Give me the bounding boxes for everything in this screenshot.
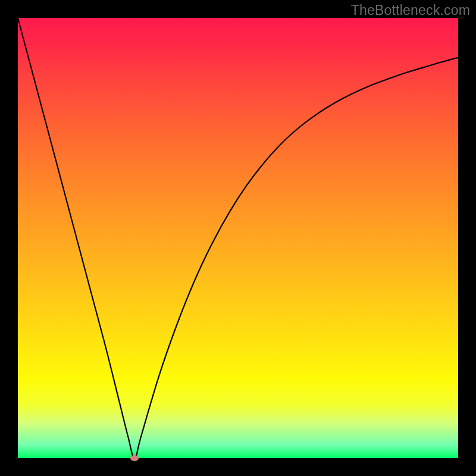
minimum-dot bbox=[130, 455, 139, 461]
bottleneck-curve-path bbox=[18, 18, 458, 458]
curve-svg bbox=[18, 18, 458, 458]
plot-area bbox=[18, 18, 458, 458]
watermark-text: TheBottleneck.com bbox=[351, 2, 470, 18]
chart-wrapper: TheBottleneck.com bbox=[0, 0, 476, 476]
